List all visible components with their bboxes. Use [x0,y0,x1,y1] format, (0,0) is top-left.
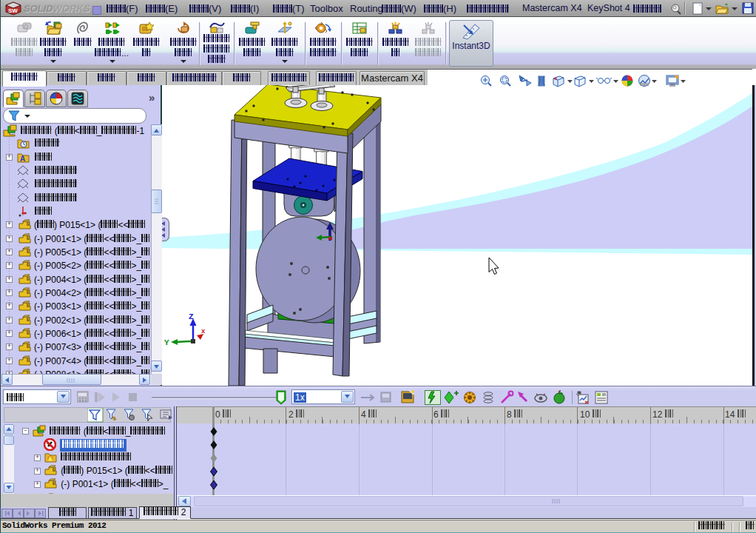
svg-text:Z: Z [189,312,194,321]
svg-text:x: x [201,328,206,335]
svg-text:Y: Y [164,338,169,347]
svg-text:A: A [20,155,25,163]
svg-text:SW: SW [8,7,18,14]
